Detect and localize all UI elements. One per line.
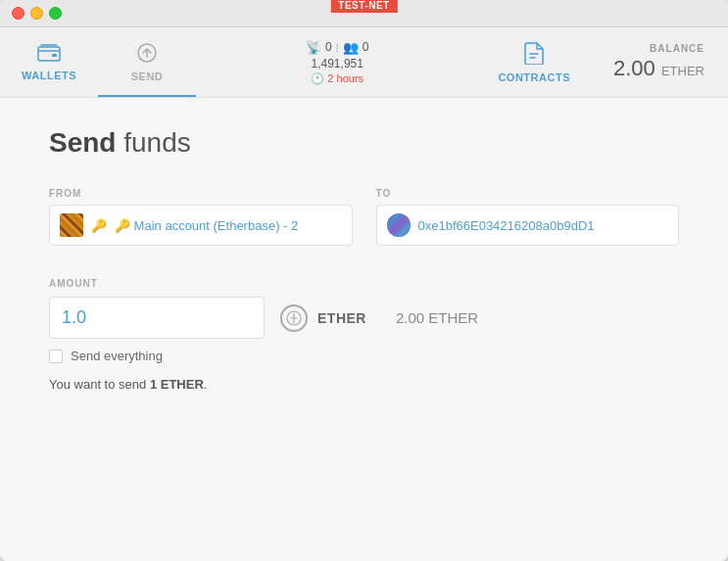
close-button[interactable] — [12, 7, 24, 20]
to-label: TO — [376, 188, 680, 199]
wallets-label: WALLETS — [22, 70, 76, 81]
block-number: 1,491,951 — [312, 57, 364, 70]
nav-item-contracts[interactable]: CONTRACTS — [478, 27, 590, 97]
to-input-wrapper[interactable]: 0xe1bf66E034216208a0b9dD1 — [376, 205, 680, 246]
testnet-badge: TEST-NET — [330, 0, 397, 13]
amount-input[interactable] — [49, 297, 265, 339]
balance-value: 2.00 — [613, 56, 655, 80]
nav-bar: WALLETS SEND 📡 0 | 👥 0 — [0, 27, 728, 98]
app-window: TEST-NET WALLETS SEND — [0, 0, 728, 561]
balance-unit: ETHER — [661, 64, 704, 78]
balance-label: BALANCE — [650, 43, 704, 54]
summary-prefix: You want to send — [49, 377, 150, 392]
from-group: FROM 🔑 🔑 Main account (Etherbase) - 2 — [49, 188, 353, 246]
currency-label: ETHER — [317, 310, 366, 326]
balance-section: BALANCE 2.00 ETHER — [590, 27, 728, 97]
page-title: Send funds — [49, 127, 679, 159]
from-label: FROM — [49, 188, 353, 199]
currency-group: ETHER 2.00 ETHER — [280, 304, 478, 332]
sync-time-display: 🕐 2 hours — [311, 72, 364, 85]
antenna-icon: 📡 — [306, 40, 321, 55]
traffic-lights — [12, 7, 62, 20]
wallets-icon — [37, 43, 61, 66]
to-avatar — [387, 213, 411, 237]
send-everything-checkbox[interactable] — [49, 350, 63, 363]
contracts-label: CONTRACTS — [498, 71, 570, 83]
send-label: SEND — [131, 70, 164, 82]
main-content: Send funds FROM 🔑 🔑 Main account (Etherb… — [0, 98, 728, 561]
from-input-wrapper[interactable]: 🔑 🔑 Main account (Etherbase) - 2 — [49, 205, 353, 246]
ether-icon — [280, 304, 308, 332]
send-icon — [136, 42, 158, 67]
nav-item-send[interactable]: SEND — [98, 27, 196, 97]
svg-rect-1 — [52, 54, 57, 57]
from-to-row: FROM 🔑 🔑 Main account (Etherbase) - 2 TO… — [49, 188, 679, 246]
peers-icon: 👥 — [343, 40, 359, 55]
svg-rect-0 — [38, 47, 60, 61]
balance-display: 2.00 ETHER — [396, 309, 478, 326]
nav-item-wallets[interactable]: WALLETS — [0, 27, 98, 97]
send-everything-label[interactable]: Send everything — [71, 349, 163, 363]
clock-icon: 🕐 — [311, 72, 324, 85]
send-summary: You want to send 1 ETHER. — [49, 377, 679, 392]
minimize-button[interactable] — [30, 7, 43, 20]
pipe-separator: | — [336, 41, 339, 53]
block-count: 0 — [325, 40, 332, 54]
from-account-text: 🔑 Main account (Etherbase) - 2 — [115, 218, 298, 233]
from-avatar — [60, 213, 83, 237]
amount-label: AMOUNT — [49, 278, 98, 289]
key-icon: 🔑 — [91, 218, 107, 233]
amount-section: AMOUNT ETHER 2.00 ETHER Send — [49, 273, 679, 392]
to-address-text: 0xe1bf66E034216208a0b9dD1 — [418, 218, 595, 233]
maximize-button[interactable] — [49, 7, 62, 20]
send-everything-row: Send everything — [49, 349, 679, 363]
sync-info: 📡 0 | 👥 0 1,491,951 🕐 2 hours — [196, 27, 478, 97]
balance-amount: 2.00 ETHER — [613, 56, 704, 81]
summary-bold: 1 ETHER — [150, 377, 204, 392]
summary-suffix: . — [204, 377, 208, 392]
title-bar: TEST-NET — [0, 0, 728, 27]
contracts-icon — [523, 41, 545, 68]
to-group: TO 0xe1bf66E034216208a0b9dD1 — [376, 188, 680, 246]
sync-time-label: 2 hours — [327, 72, 364, 84]
peer-count: 0 — [363, 40, 369, 54]
